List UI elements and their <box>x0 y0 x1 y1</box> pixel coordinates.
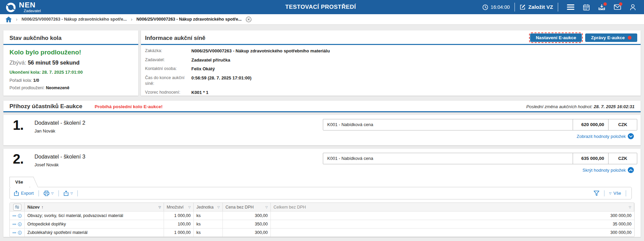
round-order: Pořadí kola: 1/0 <box>9 78 39 83</box>
breadcrumb-separator-icon <box>131 17 133 22</box>
divider <box>3 111 641 112</box>
chevron-up-icon <box>628 167 634 173</box>
panel-title: Stav aukčního kola <box>9 35 62 42</box>
info-icon[interactable] <box>18 230 22 235</box>
auction-messages-button[interactable]: Zprávy E-aukce <box>585 33 637 42</box>
close-icon <box>246 17 252 22</box>
column-label: Cena bez DPH <box>225 205 254 210</box>
mail-notification-dot <box>619 2 622 6</box>
profile-button[interactable] <box>625 0 641 14</box>
item-name: Ortopedické doplňky <box>25 220 164 228</box>
column-header-unit[interactable]: Jednotka <box>194 203 223 211</box>
info-label: Čas do konce aukční síně: <box>145 75 191 87</box>
item-total: 300 000,00 <box>271 212 634 220</box>
column-label: Název <box>27 205 40 210</box>
auction-messages-label: Zprávy E-aukce <box>591 34 625 42</box>
criterion-label: K001 - Nabídková cena <box>323 153 573 164</box>
extensions-count: Počet prodloužení: Neomezeně <box>9 86 69 90</box>
column-label: Množství <box>167 205 184 210</box>
info-row: Kontaktní osoba: Felix Okátý <box>145 66 330 72</box>
export-button[interactable]: Export <box>14 191 34 196</box>
participant-person: Jan Novák <box>34 128 55 134</box>
column-header-total[interactable]: Celkem bez DPH <box>271 203 634 211</box>
item-unit: ks <box>194 212 223 220</box>
server-time: 16:04:00 <box>482 4 509 10</box>
column-settings-button[interactable] <box>13 204 21 211</box>
print-button[interactable] <box>44 191 54 196</box>
inbox-button[interactable] <box>594 0 610 14</box>
export-icon <box>14 191 19 196</box>
divider <box>3 44 138 45</box>
info-icon[interactable] <box>18 222 22 227</box>
export-label: Export <box>21 191 34 196</box>
info-row: Zakázka: N006/25/V00007263 - Nákup zdrav… <box>145 48 330 54</box>
column-filter-icon[interactable] <box>159 206 161 209</box>
clock-icon <box>482 4 488 10</box>
print-icon <box>44 191 49 196</box>
column-filter-icon[interactable] <box>629 206 631 209</box>
edit-icon <box>520 4 526 10</box>
participant-name: Dodavatel - školení 3 <box>34 154 85 160</box>
time-value: 16:04:00 <box>491 4 509 10</box>
row-actions-icon[interactable] <box>13 232 16 234</box>
table-header-row: Název Množství Jednotka Cena bez DPH Cel… <box>10 203 634 211</box>
column-header-name[interactable]: Název <box>25 203 164 211</box>
dropdown-triangle-icon <box>609 192 612 195</box>
divider <box>141 44 641 45</box>
column-filter-icon[interactable] <box>188 206 191 209</box>
auction-room-info-panel: Informace aukční síně Nastavení E-aukce … <box>141 30 641 96</box>
calendar-button[interactable] <box>578 0 594 14</box>
top-bar: NEN Zadavatel TESTOVACÍ PROSTŘEDÍ 16:04:… <box>0 0 644 14</box>
dropdown-triangle-icon <box>71 192 73 195</box>
column-header-quantity[interactable]: Množství <box>164 203 194 211</box>
show-item-values-link[interactable]: Zobrazit hodnoty položek <box>577 133 634 139</box>
last-round-alert: Probíhá poslední kolo E-aukce! <box>95 104 163 109</box>
item-unit: ks <box>194 228 223 237</box>
remaining-value: 56 minut 59 sekund <box>28 59 79 66</box>
close-tab-button[interactable] <box>246 17 252 22</box>
section-title: Příhozy účastníků E-aukce <box>9 103 82 110</box>
bid-value-box: K001 - Nabídková cena 620 000,00 CZK <box>323 119 637 130</box>
item-total: 300 000,00 <box>271 228 634 237</box>
last-change-label: Poslední změna aukčních hodnot: <box>526 104 593 109</box>
toggle-link-label: Skrýt hodnoty položek <box>582 168 626 173</box>
tab-all[interactable]: Vše <box>9 177 29 187</box>
nen-logo-icon <box>5 2 16 13</box>
item-unit-price: 300,00 <box>223 212 271 220</box>
dropdown-triangle-icon <box>51 192 54 195</box>
messages-button[interactable] <box>610 0 625 14</box>
breadcrumb-tab-1[interactable]: N006/25/V00007263 - Nákup zdravotnického… <box>22 17 127 22</box>
column-filter-icon[interactable] <box>265 206 268 209</box>
items-table: Název Množství Jednotka Cena bez DPH Cel… <box>9 202 635 237</box>
round-extended-message: Kolo bylo prodlouženo! <box>9 49 81 56</box>
divider <box>626 190 626 196</box>
info-label: Kontaktní osoba: <box>145 66 191 72</box>
row-actions-icon[interactable] <box>13 215 16 217</box>
item-name: Obvazy; svorky, šicí materiál, podvazova… <box>25 212 164 220</box>
row-actions-icon[interactable] <box>13 223 16 225</box>
menu-button[interactable] <box>563 0 578 14</box>
menu-icon <box>567 4 574 10</box>
participant-card-2: 2. Dodavatel - školení 3 Josef Novák K00… <box>3 149 641 237</box>
participant-name: Dodavatel - školení 2 <box>34 120 85 126</box>
breadcrumb-tab-2-active[interactable]: N006/25/V00007263 - Nákup zdravotnického… <box>137 17 242 22</box>
column-header-unit-price[interactable]: Cena bez DPH <box>223 203 271 211</box>
auction-settings-button[interactable]: Nastavení E-aukce <box>530 33 582 42</box>
info-label: Zakázka: <box>145 48 191 54</box>
filter-all-dropdown[interactable]: Vše <box>609 191 621 196</box>
info-label: Vzorec hodnocení: <box>145 90 191 95</box>
home-icon[interactable] <box>5 17 12 22</box>
column-filter-icon[interactable] <box>217 206 220 209</box>
sort-ascending-icon <box>41 205 43 210</box>
logo-subtitle: Zadavatel <box>24 9 41 13</box>
create-vz-button[interactable]: Založit VZ <box>520 4 553 10</box>
nen-logo[interactable]: NEN Zadavatel <box>5 1 41 13</box>
chevron-down-icon <box>628 133 634 139</box>
info-icon[interactable] <box>18 213 22 218</box>
hide-item-values-link[interactable]: Skrýt hodnoty položek <box>582 167 634 173</box>
divider <box>77 190 78 196</box>
filter-button[interactable] <box>594 191 599 196</box>
divider <box>58 190 59 196</box>
share-button[interactable] <box>64 191 73 196</box>
info-row: Zadavatel: Zadavatel příručka <box>145 57 330 63</box>
